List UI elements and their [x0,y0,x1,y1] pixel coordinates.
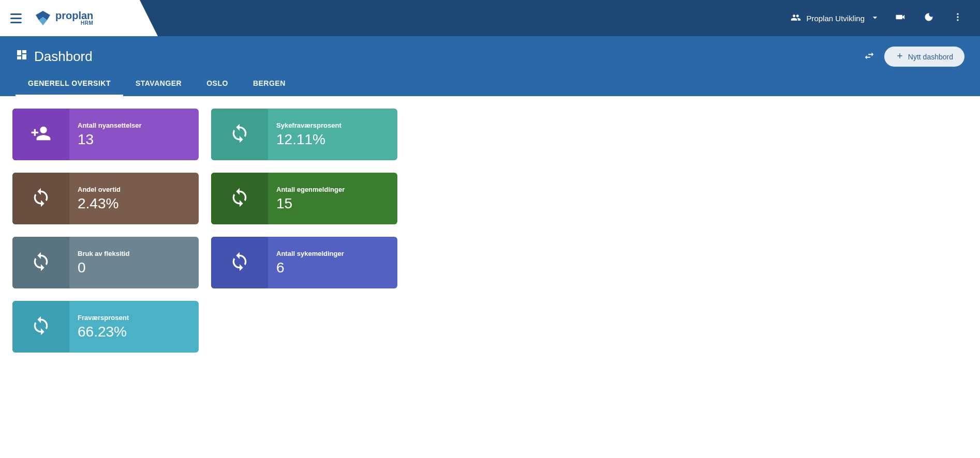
card-value: 6 [276,259,389,276]
tab-generell-oversikt[interactable]: GENERELL OVERSIKT [16,72,123,96]
card-value: 15 [276,195,389,212]
tab-label: BERGEN [253,79,286,87]
tabs: GENERELL OVERSIKT STAVANGER OSLO BERGEN [0,72,980,96]
card-body: Fraværsprosent 66.23% [69,301,199,353]
card-antall-nyansettelser[interactable]: Antall nyansettelser 13 [12,109,199,160]
card-fravaersprosent[interactable]: Fraværsprosent 66.23% [12,301,199,353]
more-menu-button[interactable] [948,8,967,28]
page-title-row: Dashbord Nytt dashbord [0,36,980,72]
page-actions: Nytt dashbord [864,47,964,67]
page-title-text: Dashbord [34,49,93,65]
card-label: Antall sykemeldinger [276,250,389,257]
user-label: Proplan Utvikling [806,14,865,23]
card-body: Andel overtid 2.43% [69,173,199,224]
card-icon-area [12,173,69,224]
card-value: 13 [78,131,190,148]
app-logo-main: proplan [55,10,93,21]
person-add-icon [31,123,51,146]
new-dashboard-button[interactable]: Nytt dashbord [884,47,964,67]
dark-mode-button[interactable] [919,8,938,28]
topbar-right: Proplan Utvikling [791,8,980,28]
card-icon-area [12,109,69,160]
user-dropdown[interactable]: Proplan Utvikling [791,12,880,24]
dashboard-grid: Antall nyansettelser 13 Sykefraværsprose… [0,96,980,365]
sync-icon [31,251,51,274]
card-icon-area [12,237,69,288]
card-label: Fraværsprosent [78,314,190,322]
tab-label: OSLO [206,79,228,87]
announcements-button[interactable] [890,8,909,28]
page-title: Dashbord [16,49,93,65]
card-label: Sykefraværsprosent [276,121,389,129]
people-icon [791,12,801,24]
tab-oslo[interactable]: OSLO [194,72,241,96]
card-bruk-av-fleksitid[interactable]: Bruk av fleksitid 0 [12,237,199,288]
card-antall-sykemeldinger[interactable]: Antall sykemeldinger 6 [211,237,397,288]
moon-icon [924,12,934,24]
card-body: Antall egenmeldinger 15 [268,173,397,224]
svg-point-2 [957,13,958,15]
hamburger-menu-button[interactable] [5,8,27,28]
app-logo-icon [35,10,51,26]
topbar-left: proplan HRM [0,0,140,36]
card-value: 12.11% [276,131,389,148]
svg-point-4 [957,19,958,21]
card-label: Andel overtid [78,186,190,193]
card-icon-area [211,109,268,160]
chevron-down-icon [870,12,880,24]
sync-icon [229,123,250,146]
tab-label: GENERELL OVERSIKT [28,79,111,87]
card-value: 2.43% [78,195,190,212]
svg-point-3 [957,16,958,18]
subheader: Dashbord Nytt dashbord GENERELL OVERSIKT… [0,36,980,96]
app-logo[interactable]: proplan HRM [35,10,93,26]
tab-bergen[interactable]: BERGEN [241,72,298,96]
card-label: Antall nyansettelser [78,121,190,129]
card-body: Antall sykemeldinger 6 [268,237,397,288]
plus-icon [896,52,904,62]
card-body: Sykefraværsprosent 12.11% [268,109,397,160]
app-logo-sub: HRM [55,21,93,26]
card-sykefravaersprosent[interactable]: Sykefraværsprosent 12.11% [211,109,397,160]
tab-label: STAVANGER [136,79,182,87]
card-icon-area [211,237,268,288]
swap-horizontal-icon [864,50,875,64]
card-value: 66.23% [78,324,190,340]
tab-stavanger[interactable]: STAVANGER [123,72,194,96]
topbar: proplan HRM Proplan Utvikling [0,0,980,36]
card-antall-egenmeldinger[interactable]: Antall egenmeldinger 15 [211,173,397,224]
card-label: Bruk av fleksitid [78,250,190,257]
app-logo-text: proplan HRM [55,10,93,26]
more-vertical-icon [953,12,963,24]
card-andel-overtid[interactable]: Andel overtid 2.43% [12,173,199,224]
sync-icon [229,251,250,274]
card-body: Antall nyansettelser 13 [69,109,199,160]
sync-icon [229,187,250,210]
swap-dashboard-button[interactable] [864,50,875,64]
card-icon-area [12,301,69,353]
card-value: 0 [78,259,190,276]
sync-icon [31,187,51,210]
card-icon-area [211,173,268,224]
dashboard-icon [16,49,28,65]
new-dashboard-label: Nytt dashbord [908,53,953,61]
card-body: Bruk av fleksitid 0 [69,237,199,288]
card-label: Antall egenmeldinger [276,186,389,193]
sync-icon [31,315,51,338]
megaphone-icon [895,12,905,24]
